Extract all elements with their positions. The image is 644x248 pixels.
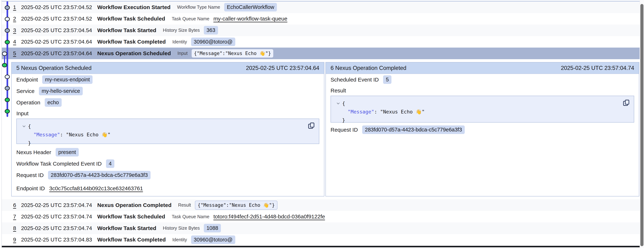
service-label: Service — [16, 88, 34, 94]
workflow-history-page: 1 2025-02-25 UTC 23:57:04.52 Workflow Ex… — [0, 0, 644, 248]
request-id-label: Request ID — [16, 172, 44, 178]
event-attr-label: Workflow Type Name — [177, 4, 220, 10]
timeline-marker-7[interactable] — [5, 75, 10, 79]
event-id-link[interactable]: 3 — [13, 27, 18, 33]
copy-icon[interactable] — [308, 122, 315, 130]
event-timestamp: 2025-02-25 UTC 23:57:04.74 — [21, 225, 96, 231]
json-value: "Nexus Echo 👋" — [380, 109, 425, 115]
timeline-marker-10[interactable] — [5, 109, 10, 113]
endpoint-badge: my-nexus-endpoint — [42, 75, 92, 84]
copy-icon[interactable] — [622, 99, 630, 107]
json-key: "Message" — [348, 109, 374, 115]
json-colon: : — [60, 132, 66, 137]
event-row-4[interactable]: 4 2025-02-25 UTC 23:57:04.64 Workflow Ta… — [2, 36, 640, 48]
event-attr-value-badge: EchoCallerWorkflow — [224, 3, 277, 11]
event-history-list-bottom: 6 2025-02-25 UTC 23:57:04.74 Nexus Opera… — [2, 199, 640, 246]
request-id-badge: 283fd070-d57a-4423-bdca-c5c779e6a3f3 — [48, 171, 150, 179]
window-bottom-edge — [2, 246, 640, 247]
event-row-6[interactable]: 6 2025-02-25 UTC 23:57:04.74 Nexus Opera… — [2, 199, 640, 211]
nexus-header-label: Nexus Header — [16, 149, 51, 155]
json-close-brace: } — [336, 116, 634, 124]
timeline-marker-5[interactable] — [2, 51, 7, 56]
timeline-marker-4[interactable] — [5, 40, 10, 44]
event-name: Workflow Execution Started — [97, 4, 170, 10]
event-attr-value-json: {"Message":"Nexus Echo 👋"} — [195, 201, 278, 210]
event-name: Nexus Operation Scheduled — [97, 50, 171, 56]
event-id-link[interactable]: 2 — [13, 16, 18, 22]
wtc-event-id-label: Workflow Task Completed Event ID — [16, 161, 102, 167]
task-queue-link[interactable]: my-caller-workflow-task-queue — [214, 16, 288, 22]
json-collapse-chevron-icon[interactable] — [336, 99, 340, 107]
event-attr-value-badge: 363 — [204, 26, 218, 34]
event-attr-label: Input — [178, 51, 188, 56]
nexus-header-badge: present — [56, 148, 79, 157]
endpoint-id-link[interactable]: 3c0c75ccfa8144b092c13ce632463761 — [49, 185, 143, 192]
scheduled-event-id-label: Scheduled Event ID — [330, 77, 379, 83]
event-id-link[interactable]: 8 — [13, 225, 18, 231]
event-attr-label: Result — [178, 203, 191, 208]
event-5-detail-card: 5 Nexus Operation Scheduled 2025-02-25 U… — [11, 62, 324, 197]
card-title: 5 Nexus Operation Scheduled — [16, 65, 92, 71]
operation-badge: echo — [45, 98, 62, 107]
timeline-marker-9[interactable] — [5, 98, 10, 102]
event-row-7[interactable]: 7 2025-02-25 UTC 23:57:04.74 Workflow Ta… — [2, 211, 640, 223]
event-attr-label: Identity — [172, 39, 187, 44]
event-timestamp: 2025-02-25 UTC 23:57:04.54 — [21, 27, 96, 33]
event-name: Workflow Task Completed — [97, 39, 166, 45]
event-attr-label: History Size Bytes — [163, 27, 200, 33]
event-row-3[interactable]: 3 2025-02-25 UTC 23:57:04.54 Workflow Ta… — [2, 24, 640, 36]
event-attr-label: History Size Bytes — [163, 226, 200, 231]
timeline-marker-3[interactable] — [5, 28, 10, 33]
event-id-link[interactable]: 5 — [13, 50, 18, 56]
event-attr-label: Task Queue Name — [172, 214, 210, 219]
event-attr-value-badge: 30960@totoro@ — [191, 37, 236, 46]
result-json-viewer: { "Message": "Nexus Echo 👋" } — [330, 96, 634, 123]
event-5-card-body: Endpoint my-nexus-endpoint Service my-he… — [12, 74, 324, 196]
event-timestamp: 2025-02-25 UTC 23:57:04.74 — [21, 202, 96, 208]
event-row-1[interactable]: 1 2025-02-25 UTC 23:57:04.52 Workflow Ex… — [2, 1, 640, 13]
result-label: Result — [330, 85, 634, 96]
timeline-marker-1[interactable] — [5, 5, 10, 10]
event-id-link[interactable]: 1 — [13, 4, 18, 10]
event-5-card-header[interactable]: 5 Nexus Operation Scheduled 2025-02-25 U… — [12, 62, 324, 74]
timeline-marker-8[interactable] — [5, 86, 10, 90]
event-timestamp: 2025-02-25 UTC 23:57:04.83 — [21, 237, 96, 243]
event-row-2[interactable]: 2 2025-02-25 UTC 23:57:04.52 Workflow Ta… — [2, 13, 640, 25]
json-key: "Message" — [34, 132, 60, 137]
json-value: "Nexus Echo 👋" — [66, 132, 110, 137]
input-label: Input — [16, 108, 319, 119]
timeline-marker-6[interactable] — [2, 63, 7, 67]
event-row-5-selected[interactable]: 5 2025-02-25 UTC 23:57:04.64 Nexus Opera… — [2, 47, 640, 59]
request-id-label: Request ID — [330, 127, 358, 133]
request-id-badge: 283fd070-d57a-4423-bdca-c5c779e6a3f3 — [362, 125, 465, 134]
event-id-link[interactable]: 9 — [13, 237, 18, 243]
card-title: 6 Nexus Operation Completed — [330, 65, 406, 71]
scheduled-event-id-badge: 5 — [383, 75, 392, 84]
event-name: Workflow Task Scheduled — [97, 214, 165, 220]
event-timestamp: 2025-02-25 UTC 23:57:04.52 — [21, 16, 96, 22]
event-name: Workflow Task Scheduled — [97, 16, 165, 22]
input-json-viewer: { "Message": "Nexus Echo 👋" } — [16, 119, 319, 144]
event-row-8[interactable]: 8 2025-02-25 UTC 23:57:04.74 Workflow Ta… — [2, 223, 640, 234]
task-queue-link[interactable]: totoro:f494fecf-2d51-4d48-bdcd-036a0f912… — [214, 214, 325, 220]
event-attr-label: Task Queue Name — [172, 16, 210, 21]
event-attr-value-json: {"Message":"Nexus Echo 👋"} — [192, 49, 274, 57]
event-timestamp: 2025-02-25 UTC 23:57:04.52 — [21, 4, 96, 10]
scrollbar-thumb[interactable] — [640, 4, 644, 246]
event-6-card-header[interactable]: 6 Nexus Operation Completed 2025-02-25 U… — [326, 62, 639, 74]
event-id-link[interactable]: 6 — [13, 202, 18, 208]
json-colon: : — [374, 109, 380, 115]
event-name: Workflow Task Started — [97, 225, 156, 231]
event-name: Workflow Task Completed — [97, 237, 166, 243]
event-id-link[interactable]: 4 — [13, 39, 18, 45]
event-6-detail-card: 6 Nexus Operation Completed 2025-02-25 U… — [326, 62, 639, 197]
event-timestamp: 2025-02-25 UTC 23:57:04.74 — [21, 214, 96, 220]
event-id-link[interactable]: 7 — [13, 214, 18, 220]
event-history-list-top: 1 2025-02-25 UTC 23:57:04.52 Workflow Ex… — [2, 1, 640, 59]
event-row-9[interactable]: 9 2025-02-25 UTC 23:57:04.83 Workflow Ta… — [2, 234, 640, 246]
card-timestamp: 2025-02-25 UTC 23:57:04.64 — [246, 65, 319, 71]
event-timestamp: 2025-02-25 UTC 23:57:04.64 — [21, 39, 96, 45]
scrollbar-track[interactable] — [640, 0, 644, 248]
json-collapse-chevron-icon[interactable] — [22, 122, 26, 130]
timeline-marker-2[interactable] — [5, 17, 10, 21]
